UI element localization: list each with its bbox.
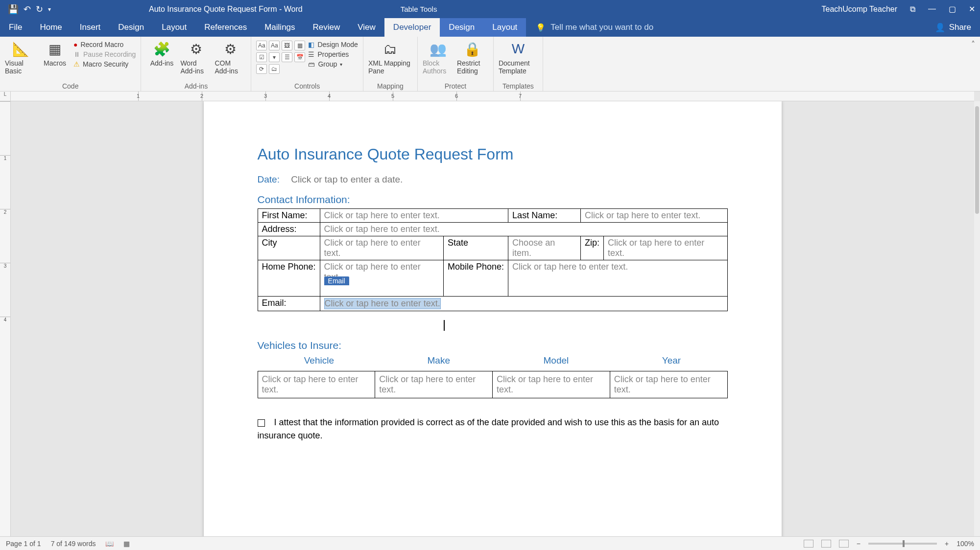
zip-control[interactable]: Click or tap here to enter text. — [604, 236, 727, 260]
scrollbar-thumb[interactable] — [975, 106, 979, 214]
xml-mapping-button[interactable]: 🗂XML Mapping Pane — [368, 39, 412, 75]
control-richtext-icon[interactable]: Aa — [256, 41, 267, 50]
context-tools-label: Table Tools — [401, 5, 437, 13]
redo-icon[interactable]: ↻ — [36, 4, 43, 15]
group-protect-label: Protect — [423, 81, 488, 90]
design-mode-label: Design Mode — [317, 41, 358, 48]
design-mode-button[interactable]: ◧Design Mode — [308, 41, 358, 48]
vehicle-cell[interactable]: Click or tap here to enter text. — [258, 371, 375, 398]
tab-layout[interactable]: Layout — [153, 18, 195, 37]
maximize-icon[interactable]: ▢ — [949, 4, 956, 14]
email-control[interactable]: Click or tap here to enter text. — [320, 297, 727, 311]
record-macro-button[interactable]: ●Record Macro — [73, 41, 136, 48]
address-control[interactable]: Click or tap here to enter text. — [320, 223, 727, 236]
control-picture-icon[interactable]: 🖼 — [282, 41, 292, 50]
block-authors-label: Block Authors — [423, 59, 454, 75]
status-words[interactable]: 7 of 149 words — [51, 540, 96, 548]
tab-review[interactable]: Review — [304, 18, 349, 37]
control-datepicker-icon[interactable]: 📅 — [294, 52, 305, 62]
page-title: Auto Insurance Quote Request Form — [258, 145, 728, 163]
block-authors-button[interactable]: 👥Block Authors — [423, 39, 454, 75]
com-addins-button[interactable]: ⚙COM Add-ins — [215, 39, 246, 75]
document-template-button[interactable]: WDocument Template — [499, 39, 538, 75]
account-name[interactable]: TeachUcomp Teacher — [822, 5, 897, 14]
zoom-out-icon[interactable]: − — [857, 540, 860, 548]
attest-checkbox[interactable] — [258, 419, 265, 427]
tab-table-layout[interactable]: Layout — [483, 18, 526, 37]
save-icon[interactable]: 💾 — [8, 4, 19, 15]
view-read-icon[interactable] — [804, 540, 813, 548]
status-page[interactable]: Page 1 of 1 — [6, 540, 41, 548]
first-name-label: First Name: — [258, 209, 320, 223]
qat-customize-icon[interactable]: ▾ — [48, 6, 51, 13]
horizontal-ruler[interactable] — [11, 92, 974, 101]
share-button[interactable]: 👤 Share — [926, 18, 980, 37]
properties-button[interactable]: ☰Properties — [308, 50, 358, 58]
control-buildingblock-icon[interactable]: ▦ — [294, 41, 305, 50]
vertical-ruler[interactable]: 1234 — [0, 101, 11, 536]
collapse-ribbon-icon[interactable]: ˄ — [966, 37, 980, 52]
spellcheck-icon[interactable]: 📖 — [105, 540, 114, 548]
content-control-tag[interactable]: Email — [324, 276, 349, 285]
visual-basic-button[interactable]: 📐Visual Basic — [5, 39, 36, 75]
minimize-icon[interactable]: — — [928, 4, 936, 14]
zoom-slider[interactable] — [868, 543, 937, 545]
model-cell[interactable]: Click or tap here to enter text. — [493, 371, 610, 398]
tab-design[interactable]: Design — [109, 18, 153, 37]
document-template-label: Document Template — [499, 59, 538, 75]
word-addins-button[interactable]: ⚙Word Add-ins — [180, 39, 212, 75]
properties-label: Properties — [317, 50, 349, 58]
make-cell[interactable]: Click or tap here to enter text. — [375, 371, 493, 398]
tab-insert[interactable]: Insert — [71, 18, 110, 37]
tab-table-design[interactable]: Design — [440, 18, 483, 37]
view-web-icon[interactable] — [839, 540, 849, 548]
addins-button[interactable]: 🧩Add-ins — [146, 39, 177, 67]
restrict-editing-button[interactable]: 🔒Restrict Editing — [457, 39, 488, 75]
restrict-editing-label: Restrict Editing — [457, 59, 488, 75]
group-button[interactable]: 🗃Group▾ — [308, 60, 358, 68]
zoom-level[interactable]: 100% — [956, 540, 974, 548]
word-addins-label: Word Add-ins — [180, 59, 212, 75]
close-icon[interactable]: ✕ — [969, 4, 975, 14]
control-combobox-icon[interactable]: ▾ — [269, 52, 280, 62]
tab-file[interactable]: File — [0, 18, 31, 37]
tab-mailings[interactable]: Mailings — [256, 18, 304, 37]
control-legacy-icon[interactable]: 🗂 — [269, 64, 280, 74]
tab-references[interactable]: References — [195, 18, 256, 37]
home-phone-label: Home Phone: — [258, 260, 320, 297]
control-checkbox-icon[interactable]: ☑ — [256, 52, 267, 62]
control-repeating-icon[interactable]: ⟳ — [256, 64, 267, 74]
col-make: Make — [428, 355, 450, 366]
city-control[interactable]: Click or tap here to enter text. — [320, 236, 443, 260]
home-phone-control[interactable]: Click or tap here to enter text. Email — [320, 260, 443, 297]
mobile-phone-label: Mobile Phone: — [444, 260, 508, 297]
date-content-control[interactable]: Click or tap to enter a date. — [291, 174, 403, 184]
control-plaintext-icon[interactable]: Aa — [269, 41, 280, 50]
tell-me-placeholder: Tell me what you want to do — [550, 23, 653, 32]
year-cell[interactable]: Click or tap here to enter text. — [610, 371, 727, 398]
tab-view[interactable]: View — [349, 18, 384, 37]
bulb-icon: 💡 — [536, 23, 546, 32]
first-name-control[interactable]: Click or tap here to enter text. — [320, 209, 508, 223]
macros-button[interactable]: ▦Macros — [39, 39, 71, 67]
tab-developer[interactable]: Developer — [384, 18, 440, 37]
pause-recording-button[interactable]: ⏸Pause Recording — [73, 50, 136, 58]
col-model: Model — [544, 355, 569, 366]
control-dropdown-icon[interactable]: ☰ — [282, 52, 292, 62]
tell-me-search[interactable]: 💡 Tell me what you want to do — [526, 18, 926, 37]
display-options-icon[interactable]: ⧉ — [910, 5, 915, 14]
view-print-icon[interactable] — [821, 540, 831, 548]
record-macro-label: Record Macro — [80, 41, 123, 48]
vertical-scrollbar[interactable] — [974, 101, 980, 536]
tab-home[interactable]: Home — [31, 18, 71, 37]
last-name-control[interactable]: Click or tap here to enter text. — [581, 209, 727, 223]
macro-security-button[interactable]: ⚠Macro Security — [73, 60, 136, 68]
zip-label: Zip: — [581, 236, 604, 260]
undo-icon[interactable]: ↶ — [24, 4, 31, 15]
macro-status-icon[interactable]: ▦ — [123, 540, 130, 548]
state-control[interactable]: Choose an item. — [508, 236, 581, 260]
zoom-in-icon[interactable]: + — [945, 540, 949, 548]
group-btn-label: Group — [318, 60, 337, 68]
mobile-phone-control[interactable]: Click or tap here to enter text. — [508, 260, 727, 297]
group-code-label: Code — [5, 81, 136, 90]
